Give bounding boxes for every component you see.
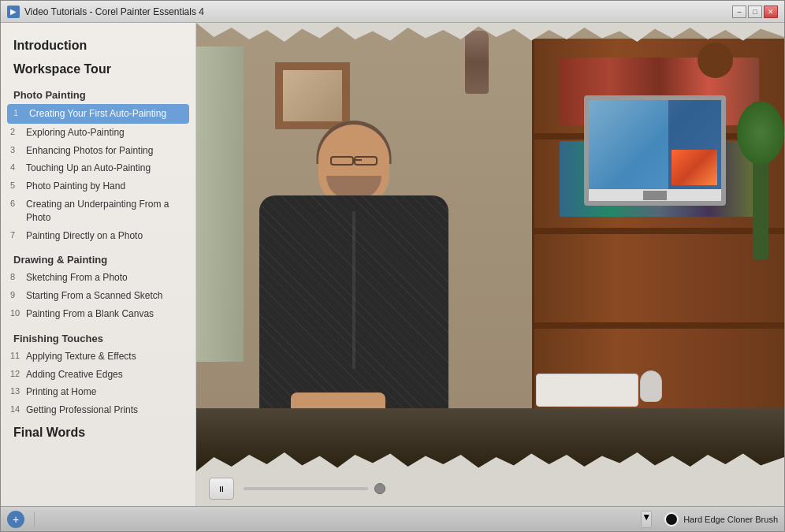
glasses-bridge (354, 159, 362, 161)
shelf-3 (534, 322, 784, 329)
monitor-stand (643, 191, 667, 200)
nav-item-13[interactable]: 13 Printing at Home (1, 383, 195, 401)
nav-item-7[interactable]: 7 Painting Directly on a Photo (1, 227, 195, 245)
taskbar-right: ▼ Hard Edge Cloner Brush (641, 511, 778, 528)
monitor-screen (589, 100, 721, 189)
plant-container (737, 102, 784, 322)
close-button[interactable]: ✕ (764, 6, 778, 18)
nav-item-2[interactable]: 2 Exploring Auto-Painting (1, 124, 195, 142)
taskbar: + ▼ Hard Edge Cloner Brush (1, 506, 784, 531)
brush-info: Hard Edge Cloner Brush (664, 512, 778, 526)
plant-leaves (737, 102, 784, 165)
maximize-button[interactable]: □ (748, 6, 762, 18)
monitor (584, 95, 726, 206)
add-button[interactable]: + (7, 511, 24, 528)
person (244, 125, 464, 424)
screen-graphic (672, 150, 718, 185)
sidebar-section-finishing-touches: Finishing Touches (1, 323, 195, 348)
sidebar-item-final-words[interactable]: Final Words (1, 419, 195, 443)
glasses-right (354, 156, 378, 166)
nav-item-14[interactable]: 14 Getting Professional Prints (1, 401, 195, 419)
window-light (196, 47, 244, 362)
brush-preview-circle (664, 512, 679, 526)
video-controls: ⏸ (196, 471, 784, 506)
minimize-button[interactable]: – (732, 6, 746, 18)
picture-frame (275, 62, 350, 129)
nav-item-12[interactable]: 12 Adding Creative Edges (1, 366, 195, 384)
vase-statue (465, 31, 489, 94)
video-scene (196, 23, 784, 471)
sidebar-item-workspace-tour[interactable]: Workspace Tour (1, 56, 195, 80)
mouse (640, 370, 662, 402)
sidebar: Introduction Workspace Tour Photo Painti… (1, 23, 196, 506)
sidebar-section-photo-painting: Photo Painting (1, 80, 195, 104)
pause-button[interactable]: ⏸ (209, 478, 234, 500)
glasses-left (330, 156, 354, 166)
brush-name-label: Hard Edge Cloner Brush (683, 515, 778, 524)
progress-thumb[interactable] (374, 483, 385, 494)
nav-item-1[interactable]: 1 Creating Your First Auto-Painting (7, 104, 189, 124)
window-controls: – □ ✕ (732, 6, 778, 18)
video-container[interactable] (196, 23, 784, 471)
nav-item-6[interactable]: 6 Creating an Underpainting From a Photo (1, 195, 195, 227)
video-area: ⏸ (196, 23, 784, 506)
monitor-area (584, 95, 757, 237)
window-title: Video Tutorials - Corel Painter Essentia… (24, 6, 732, 17)
main-content: Introduction Workspace Tour Photo Painti… (1, 23, 784, 506)
nav-item-8[interactable]: 8 Sketching From a Photo (1, 269, 195, 287)
teapot-container (694, 39, 737, 82)
sidebar-section-drawing-painting: Drawing & Painting (1, 244, 195, 269)
person-body (259, 195, 448, 424)
teapot (698, 43, 733, 78)
taskbar-divider (34, 512, 35, 527)
person-head (318, 125, 389, 203)
titlebar: ▶ Video Tutorials - Corel Painter Essent… (1, 1, 784, 23)
keyboard (536, 374, 638, 407)
progress-track (244, 487, 368, 490)
nav-item-3[interactable]: 3 Enhancing Photos for Painting (1, 142, 195, 160)
sidebar-item-introduction[interactable]: Introduction (1, 32, 195, 56)
nav-item-5[interactable]: 5 Photo Painting by Hand (1, 177, 195, 195)
nav-item-9[interactable]: 9 Starting From a Scanned Sketch (1, 287, 195, 305)
nav-item-4[interactable]: 4 Touching Up an Auto-Painting (1, 159, 195, 177)
main-window: ▶ Video Tutorials - Corel Painter Essent… (0, 0, 785, 532)
progress-bar[interactable] (244, 483, 385, 494)
nav-item-10[interactable]: 10 Painting From a Blank Canvas (1, 305, 195, 323)
taskbar-scroll[interactable]: ▼ (641, 511, 652, 528)
glasses (326, 156, 381, 166)
nav-item-11[interactable]: 11 Applying Texture & Effects (1, 348, 195, 366)
shirt-center (352, 211, 355, 369)
app-icon: ▶ (7, 6, 20, 18)
